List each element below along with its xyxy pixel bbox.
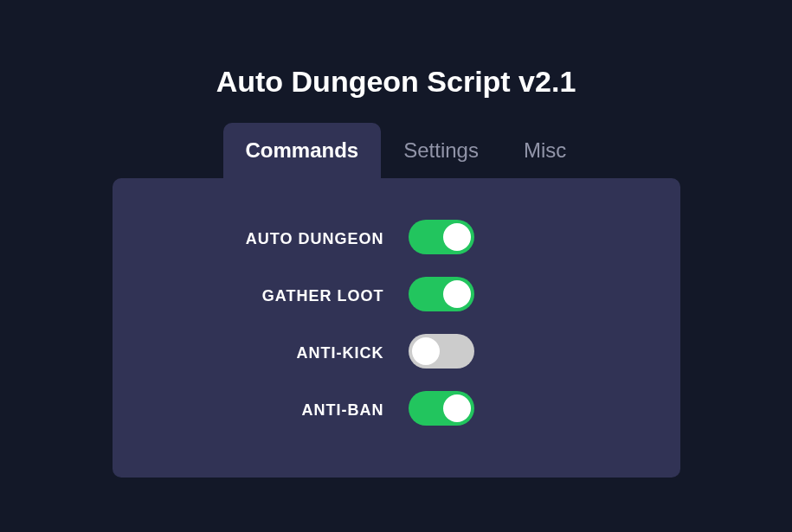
option-label-anti-kick: ANTI-KICK: [211, 344, 384, 362]
main-container: Commands Settings Misc AUTO DUNGEON GATH…: [113, 123, 680, 478]
toggle-gather-loot[interactable]: [409, 277, 474, 311]
toggle-knob: [443, 223, 471, 251]
tabs-bar: Commands Settings Misc: [113, 123, 680, 178]
tab-settings[interactable]: Settings: [381, 123, 501, 178]
option-label-gather-loot: GATHER LOOT: [211, 287, 384, 305]
option-row: GATHER LOOT: [113, 277, 680, 315]
option-row: ANTI-BAN: [113, 391, 680, 429]
toggle-knob: [443, 280, 471, 308]
toggle-anti-ban[interactable]: [409, 391, 474, 426]
toggle-auto-dungeon[interactable]: [409, 220, 474, 254]
option-row: AUTO DUNGEON: [113, 220, 680, 258]
tab-label: Commands: [246, 138, 359, 162]
tab-label: Settings: [403, 138, 479, 162]
option-row: ANTI-KICK: [113, 334, 680, 372]
tab-commands[interactable]: Commands: [223, 123, 382, 178]
toggle-anti-kick[interactable]: [409, 334, 474, 369]
tab-misc[interactable]: Misc: [501, 123, 589, 178]
toggle-knob: [443, 394, 471, 422]
option-label-auto-dungeon: AUTO DUNGEON: [211, 230, 384, 248]
option-label-anti-ban: ANTI-BAN: [211, 401, 384, 420]
tab-label: Misc: [524, 138, 566, 162]
page-title: Auto Dungeon Script v2.1: [0, 0, 792, 123]
options-panel: AUTO DUNGEON GATHER LOOT ANTI-KICK: [113, 178, 680, 478]
toggle-knob: [412, 337, 440, 365]
